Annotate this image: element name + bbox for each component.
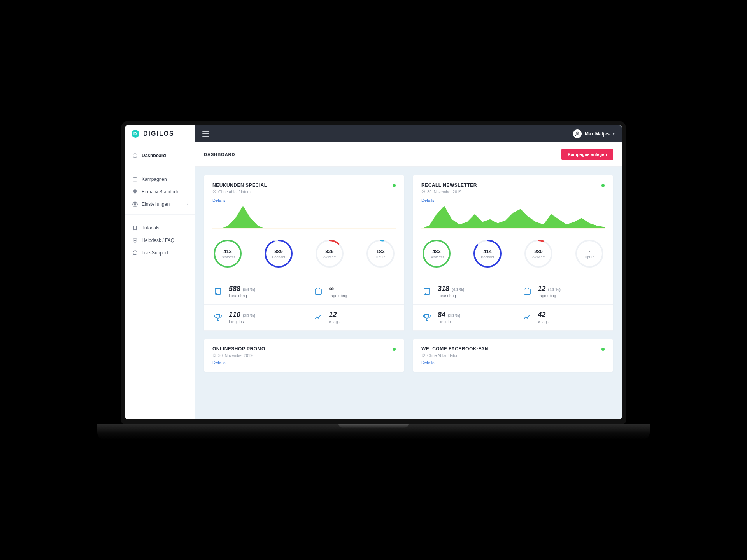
ring-label: Aktiviert xyxy=(323,255,336,259)
page-title: DASHBOARD xyxy=(204,152,235,157)
campaign-card: WELCOME FACEBOOK-FAN Ohne Ablaufdatum De… xyxy=(413,339,613,372)
create-campaign-button[interactable]: Kampagne anlegen xyxy=(561,149,613,160)
sidebar-item-einstellungen[interactable]: Einstellungen › xyxy=(125,198,195,210)
details-link[interactable]: Details xyxy=(204,358,404,372)
svg-point-5 xyxy=(577,132,579,134)
stat-number: 12 xyxy=(329,311,337,319)
clock-icon xyxy=(212,189,216,194)
ring-value: 414 xyxy=(483,248,492,254)
sidebar-item-tutorials[interactable]: Tutorials xyxy=(125,222,195,234)
stat-pct: (58 %) xyxy=(243,287,255,292)
gear-icon xyxy=(132,201,138,207)
sidebar: D DIGILOS Dashboard xyxy=(125,125,195,419)
stat-number: 110 xyxy=(229,311,240,319)
ring-value: 412 xyxy=(223,248,232,254)
stat-tage: 12 (13 %) Tage übrig xyxy=(513,278,614,304)
campaign-subtitle: Ohne Ablaufdatum xyxy=(218,190,251,194)
user-menu[interactable]: Max Matjes ▾ xyxy=(573,130,615,138)
stat-lose: 318 (40 %) Lose übrig xyxy=(413,278,513,304)
infinity-icon: ∞ xyxy=(329,285,334,293)
campaign-title: RECALL NEWSLETTER xyxy=(421,182,477,188)
stat-label: Eingelöst xyxy=(229,320,255,324)
stat-number: 12 xyxy=(538,285,546,293)
user-name: Max Matjes xyxy=(585,131,610,136)
sidebar-item-firma[interactable]: Firma & Standorte xyxy=(125,186,195,198)
ring-label: Opt-In xyxy=(375,255,385,259)
sidebar-item-live-support[interactable]: Live-Support xyxy=(125,247,195,259)
svg-point-4 xyxy=(134,240,136,241)
stat-number: 588 xyxy=(229,285,240,293)
campaign-rings: 412 Gestartet 389 Beendet 326 Aktiviert xyxy=(204,236,404,278)
stat-label: Eingelöst xyxy=(438,320,460,324)
help-icon xyxy=(132,238,138,243)
sidebar-item-label: Helpdesk / FAQ xyxy=(142,238,174,243)
page-header: DASHBOARD Kampagne anlegen xyxy=(195,142,622,167)
stat-pct: (30 %) xyxy=(448,313,460,318)
stat-label: ø tägl. xyxy=(538,320,549,324)
ring-value: 280 xyxy=(534,248,543,254)
metric-ring: 412 Gestartet xyxy=(212,238,243,269)
status-dot xyxy=(601,348,605,351)
content: NEUKUNDEN SPECIAL Ohne Ablaufdatum Detai… xyxy=(195,167,622,380)
sidebar-item-label: Dashboard xyxy=(142,153,166,158)
stat-number: 42 xyxy=(538,311,546,319)
sidebar-item-label: Live-Support xyxy=(142,250,168,256)
campaign-sparkline xyxy=(421,206,605,229)
chevron-right-icon: › xyxy=(187,202,188,206)
stat-label: Lose übrig xyxy=(229,294,255,298)
campaign-card: ONLINESHOP PROMO 30. November 2019 Detai… xyxy=(204,339,404,372)
metric-ring: 182 Opt-In xyxy=(365,238,396,269)
clock-icon xyxy=(421,353,425,358)
svg-point-2 xyxy=(134,203,136,205)
campaign-subtitle: 30. November 2019 xyxy=(427,190,461,194)
metric-ring: 482 Gestartet xyxy=(421,238,452,269)
campaign-title: WELCOME FACEBOOK-FAN xyxy=(421,346,488,352)
details-link[interactable]: Details xyxy=(204,196,404,203)
svg-rect-1 xyxy=(133,178,137,181)
stat-label: Lose übrig xyxy=(438,294,464,298)
stat-number: 318 xyxy=(438,285,449,293)
ring-value: 182 xyxy=(376,248,385,254)
trophy-icon xyxy=(212,312,223,323)
trend-icon xyxy=(313,312,324,323)
stat-eingeloest: 84 (30 %) Eingelöst xyxy=(413,304,513,331)
svg-rect-26 xyxy=(424,288,430,294)
clock-icon xyxy=(212,353,216,358)
details-link[interactable]: Details xyxy=(413,196,613,203)
chat-icon xyxy=(132,250,138,256)
stat-label: ø tägl. xyxy=(329,320,340,324)
metric-ring: 414 Beendet xyxy=(472,238,503,269)
details-link[interactable]: Details xyxy=(413,358,613,372)
sidebar-item-label: Tutorials xyxy=(142,225,160,231)
sidebar-item-label: Einstellungen xyxy=(142,201,170,207)
ring-label: Beendet xyxy=(481,255,494,259)
book-icon xyxy=(132,225,138,231)
stat-label: Tage übrig xyxy=(538,294,561,298)
ring-label: Opt-In xyxy=(584,255,594,259)
brand-mark-icon: D xyxy=(132,130,139,138)
calendar-icon xyxy=(313,286,324,297)
sidebar-item-helpdesk[interactable]: Helpdesk / FAQ xyxy=(125,234,195,247)
campaign-title: ONLINESHOP PROMO xyxy=(212,346,265,352)
dashboard-icon xyxy=(132,153,138,158)
brand-name: DIGILOS xyxy=(143,130,174,137)
stat-pct: (34 %) xyxy=(243,313,255,318)
svg-rect-16 xyxy=(315,289,321,294)
trend-icon xyxy=(522,312,533,323)
topbar: Max Matjes ▾ xyxy=(195,125,622,142)
chevron-down-icon: ▾ xyxy=(613,132,615,136)
ring-label: Beendet xyxy=(272,255,285,259)
campaign-stats: 588 (58 %) Lose übrig ∞ Tage übrig xyxy=(204,278,404,331)
sidebar-item-dashboard[interactable]: Dashboard xyxy=(125,149,195,162)
main-area: Max Matjes ▾ DASHBOARD Kampagne anlegen … xyxy=(195,125,622,419)
ring-value: 389 xyxy=(274,248,283,254)
metric-ring: 389 Beendet xyxy=(263,238,294,269)
trophy-icon xyxy=(421,312,432,323)
sidebar-item-label: Kampagnen xyxy=(142,177,167,182)
sidebar-item-kampagnen[interactable]: Kampagnen xyxy=(125,173,195,186)
svg-rect-15 xyxy=(215,288,221,294)
clock-icon xyxy=(421,189,425,194)
menu-toggle[interactable] xyxy=(202,131,209,136)
campaign-icon xyxy=(132,177,138,182)
stat-label: Tage übrig xyxy=(329,294,347,298)
